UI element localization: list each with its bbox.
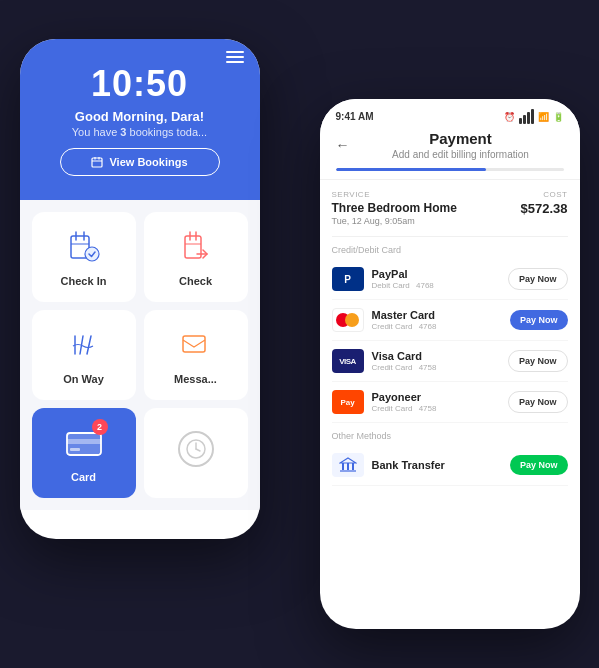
section-other-label: Other Methods — [332, 431, 568, 441]
bank-pay-button[interactable]: Pay Now — [510, 455, 568, 475]
progress-fill — [336, 168, 486, 171]
hamburger-menu[interactable] — [226, 51, 244, 63]
svg-line-10 — [87, 336, 91, 354]
menu-card-onway[interactable]: On Way — [32, 310, 136, 400]
payoneer-info: Payoneer Credit Card 4758 — [372, 391, 500, 413]
payoneer-pay-button[interactable]: Pay Now — [508, 391, 568, 413]
mastercard-type: Credit Card 4768 — [372, 322, 502, 331]
mastercard-info: Master Card Credit Card 4768 — [372, 309, 502, 331]
payment-option-payoneer: Pay Payoneer Credit Card 4758 Pay Now — [332, 382, 568, 423]
visa-type: Credit Card 4758 — [372, 363, 500, 372]
payment-option-paypal: P PayPal Debit Card 4768 Pay Now — [332, 259, 568, 300]
payment-option-visa: VISA Visa Card Credit Card 4758 Pay Now — [332, 341, 568, 382]
svg-rect-14 — [70, 448, 80, 451]
bank-info: Bank Transfer — [372, 459, 502, 471]
checkin-label: Check In — [61, 275, 107, 287]
view-bookings-button[interactable]: View Bookings — [60, 148, 220, 176]
messages-icon-wrap — [176, 325, 216, 365]
phone-right: 9:41 AM ⏰ 📶 🔋 ← Payment Add and edit bil… — [320, 99, 580, 629]
svg-rect-11 — [183, 336, 205, 352]
clock-icon-wrap — [176, 429, 216, 469]
paypal-info: PayPal Debit Card 4768 — [372, 268, 500, 290]
bank-icon — [339, 457, 357, 473]
nav-title-group: Payment Add and edit billing information — [358, 130, 564, 160]
checkin-icon-wrap — [64, 227, 104, 267]
svg-point-5 — [85, 247, 99, 261]
paypal-name: PayPal — [372, 268, 500, 280]
greeting-label: Good Morning, Dara! — [75, 109, 204, 124]
cost-label: COST — [521, 190, 568, 199]
svg-rect-13 — [67, 439, 101, 444]
page-subtitle: Add and edit billing information — [358, 149, 564, 160]
clock-icon — [178, 431, 214, 467]
message-icon — [177, 326, 215, 364]
service-info: SERVICE Three Bedroom Home Tue, 12 Aug, … — [332, 190, 457, 226]
status-time: 9:41 AM — [336, 111, 374, 122]
payment-option-bank: Bank Transfer Pay Now — [332, 445, 568, 486]
card-label: card — [71, 471, 96, 483]
bank-logo — [332, 453, 364, 477]
clock-svg — [185, 438, 207, 460]
nav-row: ← Payment Add and edit billing informati… — [336, 130, 564, 160]
payoneer-type: Credit Card 4758 — [372, 404, 500, 413]
visa-pay-button[interactable]: Pay Now — [508, 350, 568, 372]
menu-card-messages[interactable]: Messa... — [144, 310, 248, 400]
svg-rect-19 — [342, 463, 344, 470]
status-bar: 9:41 AM ⏰ 📶 🔋 — [336, 109, 564, 124]
page-title: Payment — [358, 130, 564, 147]
greeting-text: Good Morning, Dara! — [36, 109, 244, 124]
svg-marker-18 — [340, 458, 356, 463]
card-icon-wrap: 2 — [64, 423, 104, 463]
onway-icon — [65, 326, 103, 364]
svg-line-17 — [196, 449, 200, 451]
paypal-pay-button[interactable]: Pay Now — [508, 268, 568, 290]
service-date: Tue, 12 Aug, 9:05am — [332, 216, 457, 226]
visa-name: Visa Card — [372, 350, 500, 362]
svg-rect-20 — [347, 463, 349, 470]
left-phone-header: 10:50 Good Morning, Dara! You have 3 boo… — [20, 39, 260, 200]
payoneer-logo: Pay — [332, 390, 364, 414]
bank-name: Bank Transfer — [372, 459, 502, 471]
mastercard-name: Master Card — [372, 309, 502, 321]
mastercard-logo — [332, 308, 364, 332]
menu-card-card[interactable]: 2 card — [32, 408, 136, 498]
right-phone-header: 9:41 AM ⏰ 📶 🔋 ← Payment Add and edit bil… — [320, 99, 580, 180]
checkin-icon — [65, 228, 103, 266]
onway-icon-wrap — [64, 325, 104, 365]
menu-card-clock[interactable] — [144, 408, 248, 498]
checkout-label: Check — [179, 275, 212, 287]
service-block: SERVICE Three Bedroom Home Tue, 12 Aug, … — [332, 180, 568, 237]
mastercard-pay-button[interactable]: Pay Now — [510, 310, 568, 330]
checkout-icon-wrap — [176, 227, 216, 267]
payment-content: SERVICE Three Bedroom Home Tue, 12 Aug, … — [320, 180, 580, 620]
cost-value: $572.38 — [521, 201, 568, 216]
cost-info: COST $572.38 — [521, 190, 568, 216]
clock-display: 10:50 — [36, 63, 244, 105]
menu-card-checkout[interactable]: Check — [144, 212, 248, 302]
battery-icon: 🔋 — [553, 112, 564, 122]
phone-left: 10:50 Good Morning, Dara! You have 3 boo… — [20, 39, 260, 539]
calendar-icon — [91, 156, 103, 168]
onway-label: On Way — [63, 373, 104, 385]
wifi-icon: 📶 — [538, 112, 549, 122]
visa-logo: VISA — [332, 349, 364, 373]
signal-icon — [519, 109, 534, 124]
paypal-type: Debit Card 4768 — [372, 281, 500, 290]
menu-grid: Check In Check — [20, 200, 260, 510]
visa-info: Visa Card Credit Card 4758 — [372, 350, 500, 372]
svg-rect-0 — [92, 158, 102, 167]
progress-bar — [336, 168, 564, 171]
service-row: SERVICE Three Bedroom Home Tue, 12 Aug, … — [332, 190, 568, 226]
paypal-logo: P — [332, 267, 364, 291]
svg-rect-21 — [352, 463, 354, 470]
checkout-icon — [177, 228, 215, 266]
alarm-icon: ⏰ — [504, 112, 515, 122]
payoneer-name: Payoneer — [372, 391, 500, 403]
messages-label: Messa... — [174, 373, 217, 385]
service-name: Three Bedroom Home — [332, 201, 457, 215]
back-button[interactable]: ← — [336, 137, 350, 153]
menu-card-checkin[interactable]: Check In — [32, 212, 136, 302]
scene: 10:50 Good Morning, Dara! You have 3 boo… — [20, 19, 580, 649]
card-badge: 2 — [92, 419, 108, 435]
bookings-subtext: You have 3 bookings toda... — [36, 126, 244, 138]
